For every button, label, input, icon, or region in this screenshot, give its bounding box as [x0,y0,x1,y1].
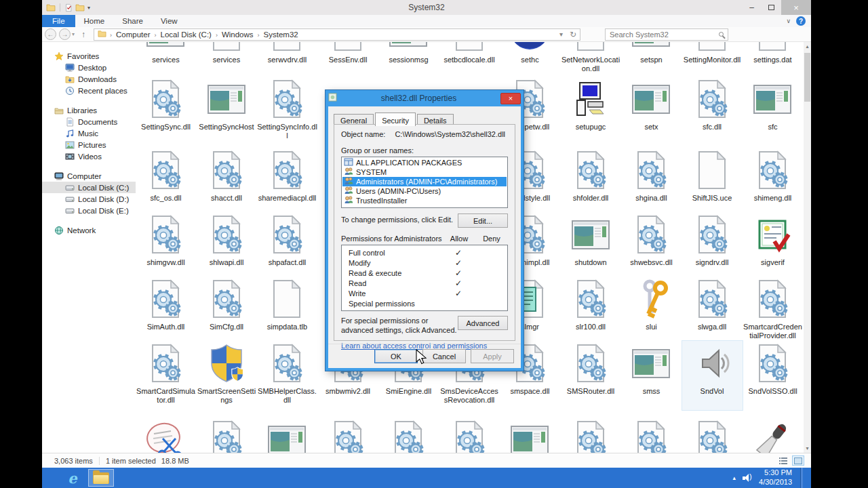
file-item[interactable]: simpdata.tlb [257,277,317,346]
file-item[interactable]: shimgvw.dll [136,212,196,281]
group-row[interactable]: ALL APPLICATION PACKAGES [342,158,507,167]
file-item[interactable] [136,418,196,453]
scroll-thumb[interactable] [804,53,810,102]
file-item[interactable] [378,418,439,453]
tab-file[interactable]: File [42,15,75,27]
sidebar-item-videos[interactable]: Videos [42,150,136,162]
file-item[interactable]: setspn [621,42,682,79]
file-item[interactable]: slui [621,277,682,346]
permission-row[interactable]: Read & execute✓ [342,268,507,278]
apply-button[interactable]: Apply [471,349,514,363]
permission-row[interactable]: Read✓ [342,278,507,288]
large-icons-view-icon[interactable] [792,455,804,466]
file-item[interactable]: shlwapi.dll [197,212,257,281]
file-item[interactable]: sethc [500,42,560,79]
file-item[interactable]: shwebsvc.dll [621,212,682,281]
permission-row[interactable]: Special permissions [342,298,507,308]
sidebar-item-pictures[interactable]: Pictures [42,139,136,150]
permission-row[interactable]: Full control✓ [342,247,507,258]
sidebar-item-documents[interactable]: Documents [42,116,136,127]
file-item[interactable]: slr100.dll [561,277,621,346]
sidebar-section-computer[interactable]: Computer [42,170,136,182]
file-item[interactable] [197,418,257,453]
tab-view[interactable]: View [152,15,186,27]
recent-locations-dropdown-icon[interactable]: ▾ [72,31,75,37]
customize-qat-dropdown-icon[interactable]: ▾ [87,5,90,11]
file-item[interactable]: sharemediacpl.dll [257,148,317,217]
help-icon[interactable]: ? [796,16,806,26]
sidebar-item-downloads[interactable]: Downloads [42,73,136,85]
file-item[interactable]: SmartcardCredentialProvider.dll [743,277,803,346]
file-item[interactable]: setx [621,77,682,146]
refresh-icon[interactable]: ↻ [566,30,580,39]
breadcrumb-item[interactable]: Local Disk (C:) [160,30,212,39]
file-item[interactable]: SettingSync.dll [136,77,196,146]
group-row[interactable]: SYSTEM [342,167,507,177]
file-explorer-icon[interactable] [88,469,114,487]
dialog-title-bar[interactable]: shell32.dll Properties × [326,90,524,106]
vertical-scrollbar[interactable]: ▴ ▾ [804,42,811,453]
breadcrumb-item[interactable]: System32 [263,30,299,39]
file-item[interactable]: SndVol [682,341,743,410]
file-item[interactable] [318,418,378,453]
group-list[interactable]: ALL APPLICATION PACKAGESSYSTEMAdministra… [341,157,508,208]
file-item[interactable] [500,418,560,453]
address-dropdown-icon[interactable]: ▾ [556,30,566,38]
sidebar-item-recent-places[interactable]: Recent places [42,85,136,96]
show-desktop-button[interactable] [800,468,803,488]
file-item[interactable]: shpafact.dll [257,212,317,281]
file-item[interactable]: sigverif [743,212,803,281]
volume-icon[interactable]: ) [743,474,752,482]
permission-row[interactable]: Modify✓ [342,258,507,268]
file-item[interactable]: services [197,42,257,79]
file-item[interactable]: slwga.dll [682,277,743,346]
file-item[interactable]: shimeng.dll [743,148,803,217]
file-item[interactable]: SmartCardSimulator.dll [136,341,196,410]
internet-explorer-icon[interactable]: e [61,469,84,487]
tab-share[interactable]: Share [113,15,152,27]
up-button[interactable]: ↑ [77,28,90,40]
taskbar-clock[interactable]: 5:30 PM 4/30/2013 [759,468,792,487]
tab-home[interactable]: Home [75,15,114,27]
file-item[interactable]: serwvdrv.dll [257,42,317,79]
search-box[interactable] [605,28,728,41]
file-item[interactable]: services [136,42,196,79]
sidebar-item-music[interactable]: Music [42,127,136,139]
search-input[interactable] [610,30,716,39]
file-item[interactable]: shfolder.dll [561,148,621,217]
dialog-tab-security[interactable]: Security [375,113,416,126]
sidebar-section-libraries[interactable]: Libraries [42,104,136,116]
back-button[interactable]: ← [45,28,56,40]
file-item[interactable]: sfc [743,77,803,146]
advanced-button[interactable]: Advanced [458,316,508,330]
scroll-up-icon[interactable]: ▴ [804,42,811,51]
file-item[interactable]: SimCfg.dll [197,277,257,346]
file-item[interactable]: ShiftJIS.uce [682,148,743,217]
expand-ribbon-icon[interactable]: ∨ [786,18,791,24]
file-item[interactable]: settings.dat [743,42,803,79]
breadcrumb-item[interactable]: Windows [221,30,254,39]
group-row[interactable]: Administrators (ADMIN-PC\Administrators) [342,177,507,186]
sidebar-item-local-disk-c-[interactable]: Local Disk (C:) [42,182,136,193]
file-item[interactable]: SessEnv.dll [318,42,378,79]
file-item[interactable] [257,418,317,453]
breadcrumb[interactable]: ›Computer›Local Disk (C:)›Windows›System… [94,28,580,41]
file-item[interactable]: SetNetworkLocation.dll [561,42,621,79]
close-button[interactable]: × [781,0,811,15]
cancel-button[interactable]: Cancel [422,349,466,363]
forward-button[interactable]: → [59,28,71,40]
edit-button[interactable]: Edit... [458,214,508,228]
group-row[interactable]: TrustedInstaller [342,196,507,205]
file-item[interactable] [621,418,682,453]
ok-button[interactable]: OK [374,349,418,363]
group-row[interactable]: Users (ADMIN-PC\Users) [342,186,507,196]
file-item[interactable]: SmartScreenSettings [197,341,257,410]
file-item[interactable]: SimAuth.dll [136,277,196,346]
file-item[interactable]: SettingMonitor.dll [682,42,743,79]
file-item[interactable]: sessionmsg [378,42,439,79]
sidebar-item-local-disk-e-[interactable]: Local Disk (E:) [42,205,136,216]
sidebar-item-local-disk-d-[interactable]: Local Disk (D:) [42,193,136,205]
properties-icon[interactable] [64,3,73,12]
file-item[interactable]: SettingSyncHost [197,77,257,146]
file-item[interactable]: SMSRouter.dll [561,341,621,410]
